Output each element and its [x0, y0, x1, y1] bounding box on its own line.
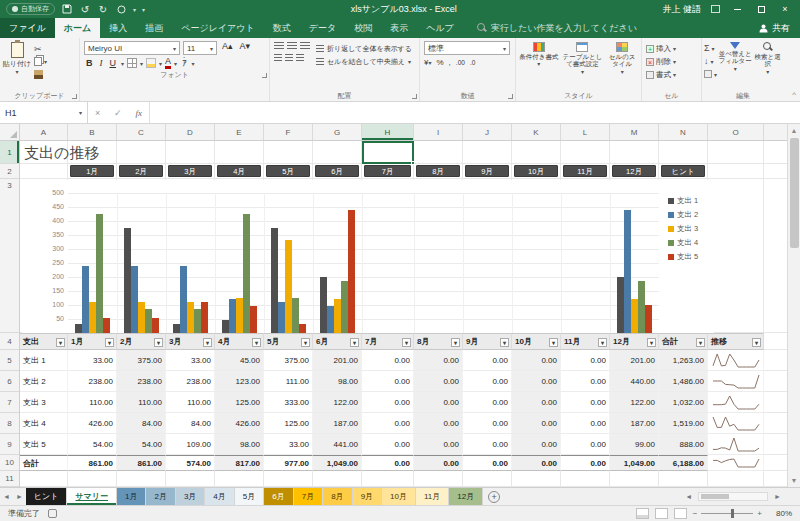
chart-bar-支出 5-12月[interactable]	[645, 305, 652, 333]
currency-format-icon[interactable]: ¥▾	[424, 58, 431, 67]
undo-icon[interactable]: ↺	[79, 3, 91, 15]
sheet-tab-8月[interactable]: 8月	[323, 488, 352, 505]
format-cells-button[interactable]: 書式▾	[646, 68, 699, 81]
cut-button[interactable]: ✂	[34, 43, 47, 54]
sheet-tab-5月[interactable]: 5月	[235, 488, 264, 505]
month-button-3月[interactable]: 3月	[168, 165, 212, 177]
ribbon-tab-8[interactable]: 表示	[381, 18, 417, 38]
ribbon-tab-file[interactable]: ファイル	[0, 18, 55, 38]
hscroll-right-icon[interactable]: ►	[771, 493, 784, 500]
italic-button[interactable]: I	[98, 58, 105, 68]
user-name[interactable]: 井上 健語	[662, 3, 701, 16]
filter-dropdown-icon[interactable]: ▾	[252, 338, 261, 347]
autosave-toggle[interactable]: 自動保存	[6, 3, 55, 15]
touch-mode-icon[interactable]	[115, 3, 127, 15]
shrink-font-button[interactable]: A▾	[238, 41, 253, 55]
month-button-9月[interactable]: 9月	[465, 165, 509, 177]
format-as-table-button[interactable]: テーブルとして書式設定▾	[560, 40, 606, 75]
clipboard-dialog-launcher-icon[interactable]	[72, 94, 77, 99]
column-header-L[interactable]: L	[561, 124, 610, 140]
chart-bar-支出 2-6月[interactable]	[327, 306, 334, 333]
share-button[interactable]: 共有	[759, 18, 800, 38]
column-header-E[interactable]: E	[215, 124, 264, 140]
column-header-K[interactable]: K	[512, 124, 561, 140]
row-header-8[interactable]: 8	[0, 413, 19, 434]
comma-format-icon[interactable]: ,	[449, 58, 451, 67]
sheet-tab-10月[interactable]: 10月	[382, 488, 416, 505]
column-header-J[interactable]: J	[463, 124, 512, 140]
sheet-tab-9月[interactable]: 9月	[353, 488, 382, 505]
sheet-tab-6月[interactable]: 6月	[264, 488, 293, 505]
chart-bar-支出 1-6月[interactable]	[320, 277, 327, 333]
table-header-12月[interactable]: 12月▾	[610, 333, 659, 350]
filter-dropdown-icon[interactable]: ▾	[752, 338, 761, 347]
number-dialog-launcher-icon[interactable]	[508, 94, 513, 99]
chart-bar-支出 4-5月[interactable]	[292, 298, 299, 333]
sheet-tab-4月[interactable]: 4月	[205, 488, 234, 505]
row-header-4[interactable]: 4	[0, 333, 19, 350]
column-header-N[interactable]: N	[659, 124, 708, 140]
copy-button[interactable]: ▾	[34, 56, 47, 67]
new-sheet-button[interactable]: +	[488, 491, 500, 503]
vertical-scrollbar[interactable]: ▲ ▼	[787, 124, 800, 487]
chart-bar-支出 2-1月[interactable]	[82, 266, 89, 333]
filter-dropdown-icon[interactable]: ▾	[154, 338, 163, 347]
sheet-tab-サマリー[interactable]: サマリー	[67, 488, 117, 505]
format-painter-button[interactable]	[34, 69, 47, 80]
sort-filter-button[interactable]: 並べ替えとフィルター▾	[717, 40, 753, 72]
name-box[interactable]: H1▾	[0, 102, 88, 123]
chart-bar-支出 1-12月[interactable]	[617, 277, 624, 333]
horizontal-scrollbar[interactable]	[698, 492, 768, 501]
sheet-tab-3月[interactable]: 3月	[176, 488, 205, 505]
borders-icon[interactable]	[127, 58, 137, 68]
hscroll-left-icon[interactable]: ◄	[682, 493, 695, 500]
row-header-10[interactable]: 10	[0, 455, 19, 471]
page-layout-view-button[interactable]	[655, 508, 668, 519]
chart-bar-支出 1-5月[interactable]	[271, 228, 278, 333]
fill-color-icon[interactable]	[146, 58, 156, 68]
chart-bar-支出 2-12月[interactable]	[624, 210, 631, 333]
paste-dropdown-icon[interactable]: ▾	[15, 68, 18, 75]
phonetic-guide-icon[interactable]: ｱ́	[180, 58, 189, 68]
month-button-6月[interactable]: 6月	[315, 165, 359, 177]
chart-bar-支出 5-5月[interactable]	[299, 324, 306, 333]
column-header-M[interactable]: M	[610, 124, 659, 140]
filter-dropdown-icon[interactable]: ▾	[402, 338, 411, 347]
chart-legend-item[interactable]: 支出 5	[668, 252, 698, 262]
filter-dropdown-icon[interactable]: ▾	[56, 338, 65, 347]
clear-button[interactable]: ▾	[704, 68, 717, 80]
wrap-text-button[interactable]: 折り返して全体を表示する	[316, 42, 412, 55]
month-button-ヒント[interactable]: ヒント	[661, 165, 705, 177]
sheet-nav-left-icon[interactable]: ◄	[0, 488, 13, 505]
table-header-4月[interactable]: 4月▾	[215, 333, 264, 350]
row-header-7[interactable]: 7	[0, 392, 19, 413]
accessibility-icon[interactable]	[48, 509, 57, 518]
month-button-4月[interactable]: 4月	[217, 165, 261, 177]
chart-bar-支出 4-12月[interactable]	[638, 281, 645, 333]
row-header-3[interactable]: 3	[0, 179, 19, 333]
chart-bar-支出 1-3月[interactable]	[173, 324, 180, 333]
font-dialog-launcher-icon[interactable]	[262, 73, 267, 78]
chart-bar-支出 1-4月[interactable]	[222, 320, 229, 333]
collapse-ribbon-icon[interactable]: ^	[792, 90, 796, 99]
chart-bar-支出 4-1月[interactable]	[96, 214, 103, 333]
sheet-tab-11月[interactable]: 11月	[416, 488, 449, 505]
autosum-button[interactable]: Σ▾	[704, 42, 717, 54]
ribbon-tab-6[interactable]: データ	[300, 18, 345, 38]
chart-bar-支出 2-4月[interactable]	[229, 299, 236, 333]
column-header-B[interactable]: B	[68, 124, 117, 140]
ribbon-tab-home[interactable]: ホーム	[55, 18, 100, 38]
chart-legend-item[interactable]: 支出 2	[668, 210, 698, 220]
delete-cells-button[interactable]: ×削除▾	[646, 55, 699, 68]
align-middle-icon[interactable]	[287, 42, 297, 50]
filter-dropdown-icon[interactable]: ▾	[696, 338, 705, 347]
table-header-6月[interactable]: 6月▾	[313, 333, 362, 350]
decrease-decimal-icon[interactable]: .0	[470, 59, 475, 66]
column-header-I[interactable]: I	[414, 124, 463, 140]
page-break-view-button[interactable]	[674, 508, 687, 519]
bold-button[interactable]: B	[84, 58, 95, 68]
month-button-8月[interactable]: 8月	[416, 165, 460, 177]
underline-button[interactable]: U	[108, 58, 119, 68]
ribbon-tab-2[interactable]: 挿入	[100, 18, 136, 38]
column-header-H[interactable]: H	[362, 124, 414, 140]
